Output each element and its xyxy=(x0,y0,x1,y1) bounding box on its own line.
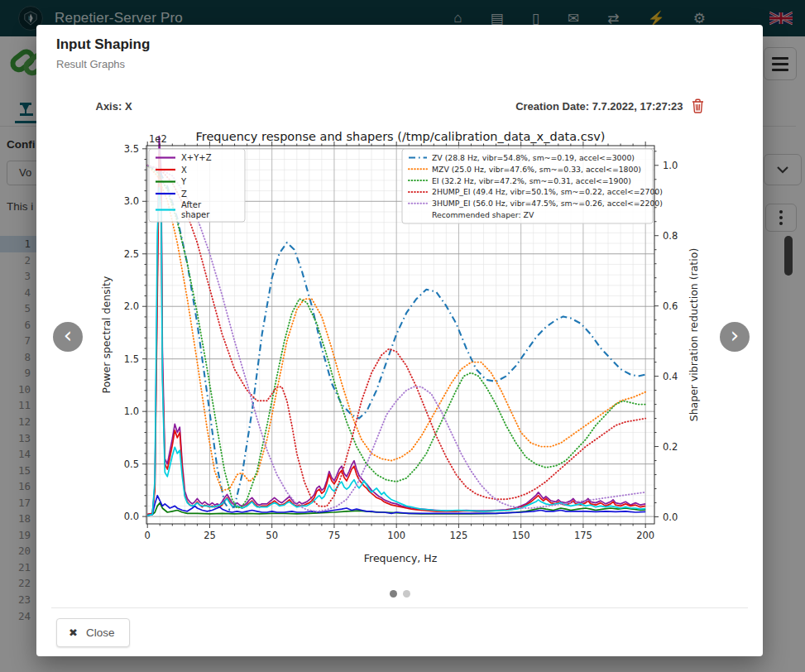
carousel-dot[interactable] xyxy=(390,590,397,598)
svg-text:0.4: 0.4 xyxy=(663,371,678,382)
carousel-dots xyxy=(36,590,763,598)
svg-text:1.0: 1.0 xyxy=(123,406,138,417)
svg-text:EI (32.2 Hz, vibr=47.2%, sm~=0: EI (32.2 Hz, vibr=47.2%, sm~=0.31, accel… xyxy=(432,176,631,185)
svg-text:2.0: 2.0 xyxy=(123,300,138,312)
svg-text:150: 150 xyxy=(511,530,529,541)
svg-text:2.5: 2.5 xyxy=(123,248,138,260)
creation-date: Creation Date: 7.7.2022, 17:27:23 xyxy=(515,100,683,113)
svg-text:Frequency, Hz: Frequency, Hz xyxy=(363,552,437,564)
close-button-label: Close xyxy=(86,626,115,639)
svg-text:3.5: 3.5 xyxy=(123,143,138,155)
carousel-next-button[interactable]: › xyxy=(720,322,750,352)
svg-text:25: 25 xyxy=(204,530,216,541)
svg-text:175: 175 xyxy=(573,530,592,541)
dialog-title: Input Shaping xyxy=(56,36,743,53)
svg-text:X: X xyxy=(181,166,187,175)
svg-text:0.2: 0.2 xyxy=(663,441,678,453)
close-x-icon: ✖ xyxy=(69,626,78,639)
svg-text:75: 75 xyxy=(328,530,340,541)
input-shaping-dialog: Input Shaping Result Graphs Axis: X Crea… xyxy=(36,25,763,656)
svg-text:0.6: 0.6 xyxy=(663,300,678,312)
dialog-subtitle: Result Graphs xyxy=(56,58,743,70)
svg-text:1.0: 1.0 xyxy=(663,160,678,171)
svg-text:0.0: 0.0 xyxy=(663,511,678,523)
result-meta-row: Axis: X Creation Date: 7.7.2022, 17:27:2… xyxy=(96,98,704,113)
svg-text:Frequency response and shapers: Frequency response and shapers (/tmp/cal… xyxy=(195,130,605,143)
svg-text:100: 100 xyxy=(387,530,405,541)
svg-text:Shaper vibration reduction (ra: Shaper vibration reduction (ratio) xyxy=(688,248,700,422)
svg-text:0.8: 0.8 xyxy=(663,230,678,242)
carousel-dot[interactable] xyxy=(403,590,410,598)
svg-text:Y: Y xyxy=(180,177,187,186)
svg-text:1.5: 1.5 xyxy=(123,353,138,365)
result-chart: 02550751001251501752000.00.51.01.52.02.5… xyxy=(96,120,704,577)
svg-text:0.5: 0.5 xyxy=(123,458,138,470)
svg-text:MZV (25.0 Hz, vibr=47.6%, sm~=: MZV (25.0 Hz, vibr=47.6%, sm~=0.33, acce… xyxy=(432,165,641,174)
dialog-footer: ✖ Close xyxy=(36,608,763,657)
trash-icon xyxy=(692,98,704,113)
svg-text:3HUMP_EI (56.0 Hz, vibr=47.5%,: 3HUMP_EI (56.0 Hz, vibr=47.5%, sm~=0.26,… xyxy=(432,199,663,208)
svg-text:0.0: 0.0 xyxy=(123,511,138,522)
svg-text:shaper: shaper xyxy=(181,210,210,219)
svg-text:ZV (28.8 Hz, vibr=54.8%, sm~=0: ZV (28.8 Hz, vibr=54.8%, sm~=0.19, accel… xyxy=(432,153,635,162)
carousel-prev-button[interactable]: ‹ xyxy=(53,322,83,352)
svg-text:125: 125 xyxy=(449,530,467,541)
delete-result-button[interactable] xyxy=(692,98,704,113)
svg-text:50: 50 xyxy=(266,530,278,541)
dialog-header: Input Shaping Result Graphs xyxy=(36,25,763,70)
svg-text:X+Y+Z: X+Y+Z xyxy=(181,153,212,162)
svg-text:2HUMP_EI (49.4 Hz, vibr=50.1%,: 2HUMP_EI (49.4 Hz, vibr=50.1%, sm~=0.22,… xyxy=(432,187,663,196)
svg-text:Recommended shaper: ZV: Recommended shaper: ZV xyxy=(432,210,534,219)
result-chart-container: 02550751001251501752000.00.51.01.52.02.5… xyxy=(96,120,704,580)
close-button[interactable]: ✖ Close xyxy=(56,618,130,647)
svg-text:3.0: 3.0 xyxy=(123,195,138,207)
axis-label: Axis: X xyxy=(96,100,132,113)
svg-text:Z: Z xyxy=(181,190,187,199)
svg-text:1e2: 1e2 xyxy=(149,133,167,145)
svg-text:After: After xyxy=(181,200,202,209)
svg-text:0: 0 xyxy=(144,530,150,541)
svg-text:200: 200 xyxy=(636,530,654,541)
svg-text:Power spectral density: Power spectral density xyxy=(100,276,113,393)
